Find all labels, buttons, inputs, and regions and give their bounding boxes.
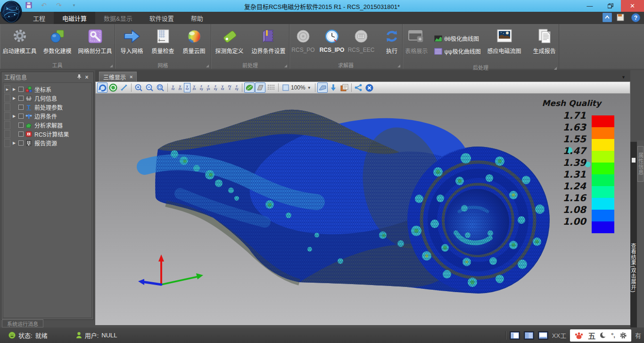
checkbox[interactable] (18, 131, 24, 137)
view-orientation-button[interactable]: zxy (233, 83, 240, 92)
tab-ruanjian-shezhi[interactable]: 软件设置 (141, 12, 182, 24)
tree-item-preprocess-params[interactable]: T 前处理参数 (3, 103, 91, 112)
group-expand-icon[interactable] (397, 65, 400, 67)
tab-gongcheng[interactable]: 工程 (25, 12, 54, 24)
layout-bottom-panel-button[interactable] (538, 331, 548, 340)
purple-chart-icon (434, 48, 442, 55)
pin-icon[interactable] (75, 74, 83, 81)
view-orientation-button[interactable]: yzx (191, 83, 198, 92)
tab-dianci-jisuan[interactable]: 电磁计算 (54, 12, 95, 24)
svg-text:T: T (27, 104, 31, 110)
capture-button[interactable] (339, 82, 349, 93)
ime-mode-label[interactable]: 五 (588, 330, 595, 341)
legend-color-band (592, 163, 614, 174)
facet-mode-button[interactable] (255, 82, 265, 93)
tree-item-geometry-info[interactable]: ▶ 几何信息 (3, 94, 91, 103)
minimize-button[interactable]: — (579, 0, 600, 12)
zoom-window-button[interactable] (155, 82, 165, 93)
boundary-settings-button[interactable]: 边界条件设置 (248, 26, 289, 55)
zoom-level-dropdown[interactable]: 100% ▼ (281, 84, 313, 91)
view-orientation-button[interactable]: zxy (198, 83, 205, 92)
shaded-mode-button[interactable] (244, 82, 255, 93)
rotate-tool-button[interactable] (97, 82, 107, 93)
import-mesh-button[interactable]: 导入网格 (117, 26, 147, 55)
psi-polarization-curve-button[interactable]: ψψ极化曲线图 (434, 47, 481, 55)
checkbox[interactable] (18, 114, 24, 119)
view-orientation-button[interactable]: zxy (212, 83, 219, 92)
checkbox[interactable] (18, 122, 24, 128)
tab-close-icon[interactable]: × (130, 74, 132, 80)
view-orientation-button[interactable]: zyx (226, 83, 233, 92)
zoom-out-icon (145, 83, 154, 92)
tree-item-rcs-results[interactable]: RCS计算结果 (3, 130, 91, 139)
save-view-button[interactable] (328, 82, 339, 93)
table-display-button[interactable]: 表格展示 (403, 26, 430, 55)
layout-left-panel-button[interactable] (510, 331, 520, 340)
ime-punct-icon[interactable]: °, (611, 332, 615, 339)
generate-report-button[interactable]: 生成报告 (530, 26, 559, 55)
rcs-po-button[interactable]: RCS_PO (289, 26, 317, 53)
legend-color-band (592, 139, 614, 151)
tree-item-report-resources[interactable]: ▶ 报告资源 (3, 139, 91, 147)
collapsed-bar-handle[interactable] (632, 158, 636, 163)
collapse-ribbon-button[interactable] (603, 13, 612, 22)
group-expand-icon[interactable] (284, 65, 287, 67)
view-orientation-button[interactable]: zyx (205, 83, 212, 92)
group-expand-icon[interactable] (110, 65, 113, 67)
results-collapsed-bar[interactable]: 查看结果(双击展开) (630, 142, 637, 343)
checkbox[interactable] (18, 96, 24, 101)
zoom-square-icon (282, 84, 289, 91)
view-orientation-button[interactable]: yxz (170, 83, 176, 92)
group-label-tools: 工具 (0, 61, 115, 69)
launch-modeler-button[interactable]: 启动建模工具 (1, 26, 38, 55)
checkbox[interactable] (18, 140, 24, 146)
group-expand-icon[interactable] (206, 65, 209, 67)
view-orientation-button[interactable]: yxz (219, 83, 226, 92)
restore-button[interactable] (600, 0, 621, 12)
view-orientation-button[interactable]: yxz (184, 83, 190, 92)
parametric-modeling-button[interactable]: 参数化建模 (39, 26, 76, 55)
tab-bangzhu[interactable]: 帮助 (182, 12, 212, 24)
system-messages-tab[interactable]: 系统运行消息 (2, 319, 43, 327)
execute-button[interactable]: 执行 (381, 26, 402, 55)
zoom-out-button[interactable] (144, 82, 155, 93)
viewport-3d[interactable]: Mesh Quality 1.711.631.551.471.391.311.2… (95, 94, 630, 325)
properties-tab[interactable]: 属性信息 (637, 146, 644, 182)
layout-left-wide-panel-button[interactable] (524, 331, 534, 340)
clear-view-button[interactable] (364, 82, 375, 93)
quality-cloudmap-button[interactable]: 质量云图 (179, 26, 209, 55)
help-button[interactable]: ? (631, 13, 640, 22)
panel-close-icon[interactable]: × (83, 74, 91, 81)
tab-3d-view[interactable]: 三维显示 × (99, 72, 137, 82)
tree-item-analysis-solver[interactable]: 分析求解器 (3, 121, 91, 130)
chevron-up-icon (603, 13, 612, 22)
group-expand-icon[interactable] (554, 67, 557, 70)
detect-angle-button[interactable]: 探测角定义 (212, 26, 248, 55)
close-button[interactable]: ✕ (621, 0, 644, 12)
view-manager-button[interactable] (317, 82, 328, 93)
rcs-eec-button[interactable]: RCS_EEC (347, 26, 375, 53)
ime-toolbar[interactable]: 五 °, (570, 329, 631, 342)
quality-check-button[interactable]: 质量检查 (148, 26, 178, 55)
checkbox[interactable] (18, 105, 24, 110)
right-dock-edge: 属性信息 (637, 140, 644, 343)
wireframe-mode-button[interactable] (266, 82, 276, 93)
share-view-button[interactable] (354, 82, 364, 93)
sync-arrows-icon (384, 28, 399, 45)
theta-polarization-curve-button[interactable]: θθ极化曲线图 (434, 34, 481, 42)
tab-shuju-xianshi[interactable]: 数据&显示 (95, 12, 141, 24)
checkbox[interactable] (18, 87, 24, 92)
app-logo[interactable] (0, 0, 23, 23)
induced-current-map-button[interactable]: 感应电磁流图 (485, 26, 524, 55)
tree-item-coordinate-system[interactable]: ▶ ▶ 坐标系 (3, 85, 91, 94)
orbit-tool-button[interactable] (108, 82, 118, 93)
rcs-ipo-button[interactable]: RCS_IPO (318, 26, 346, 53)
tabstrip-dropdown-icon[interactable]: ▼ (621, 75, 626, 80)
ribbon-style-dropdown[interactable] (617, 13, 626, 22)
mesh-partition-tool-button[interactable]: 网格剖分工具 (77, 26, 114, 55)
view-orientation-button[interactable]: yzx (177, 83, 183, 92)
project-panel: 工程信息 × ▶ ▶ 坐标系 ▶ 几何信息 (1, 72, 94, 320)
zoom-in-button[interactable] (133, 82, 144, 93)
tree-item-boundary-conditions[interactable]: ▶ 边界条件 (3, 112, 91, 121)
pan-zoom-tool-button[interactable] (119, 82, 129, 93)
